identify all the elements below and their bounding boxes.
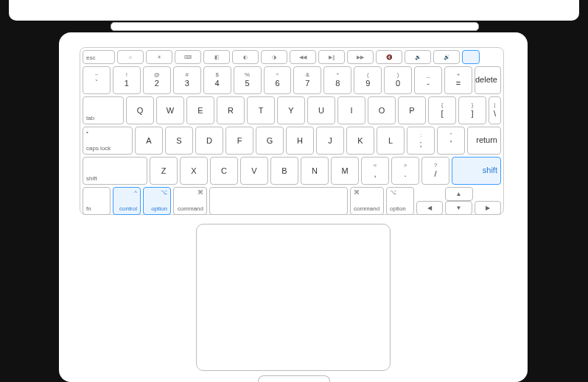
key-s[interactable]: S (165, 127, 193, 155)
key-option-right[interactable]: ⌥option (386, 187, 414, 215)
key-f11[interactable]: 🔉 (405, 50, 431, 64)
key-equals[interactable]: += (444, 66, 472, 94)
key-f8[interactable]: ▶‖ (318, 50, 345, 64)
laptop-lid (9, 0, 579, 21)
key-a[interactable]: A (135, 127, 163, 155)
laptop-hinge (111, 22, 479, 31)
key-k[interactable]: K (346, 127, 374, 155)
key-p[interactable]: P (398, 96, 426, 124)
key-command-right[interactable]: ⌘command (350, 187, 384, 215)
qwerty-row: tab Q W E R T Y U I O P {[ }] |\ (83, 96, 501, 124)
key-bracket-left[interactable]: {[ (428, 96, 456, 124)
key-f7[interactable]: ◀◀ (290, 50, 316, 64)
fn-row: esc ☼ ☀ ⌨ ◧ ◐ ◑ ◀◀ ▶‖ ▶▶ 🔇 🔉 🔊 (83, 50, 501, 64)
key-command-left[interactable]: ⌘command (173, 187, 207, 215)
key-caps-lock[interactable]: •caps lock (83, 127, 133, 155)
key-power[interactable] (462, 50, 480, 64)
key-quote[interactable]: "' (437, 127, 465, 155)
key-x[interactable]: X (180, 157, 208, 185)
key-h[interactable]: H (286, 127, 314, 155)
key-5[interactable]: %5 (234, 66, 262, 94)
key-0[interactable]: )0 (384, 66, 412, 94)
key-e[interactable]: E (186, 96, 214, 124)
key-backslash[interactable]: |\ (489, 96, 501, 124)
key-arrow-down[interactable]: ▼ (445, 201, 472, 215)
key-9[interactable]: (9 (354, 66, 382, 94)
key-c[interactable]: C (210, 157, 238, 185)
body-notch (258, 375, 330, 382)
key-j[interactable]: J (316, 127, 344, 155)
key-return[interactable]: return (467, 127, 501, 155)
key-m[interactable]: M (331, 157, 359, 185)
key-esc[interactable]: esc (83, 50, 115, 64)
key-space[interactable] (209, 187, 348, 215)
key-8[interactable]: *8 (323, 66, 351, 94)
key-f3[interactable]: ⌨ (175, 50, 201, 64)
key-f2[interactable]: ☀ (146, 50, 172, 64)
key-f5[interactable]: ◐ (232, 50, 259, 64)
key-arrow-right[interactable]: ▶ (475, 201, 501, 215)
key-shift-left[interactable]: shift (83, 157, 147, 185)
key-shift-right[interactable]: shift (452, 157, 501, 185)
key-6[interactable]: ^6 (264, 66, 292, 94)
key-2[interactable]: @2 (143, 66, 171, 94)
key-f12[interactable]: 🔊 (433, 50, 460, 64)
home-row: •caps lock A S D F G H J K L :; "' retur… (83, 127, 501, 155)
key-w[interactable]: W (156, 96, 184, 124)
key-control[interactable]: ^control (113, 187, 141, 215)
key-arrow-up[interactable]: ▲ (445, 187, 473, 201)
key-o[interactable]: O (368, 96, 396, 124)
key-bracket-right[interactable]: }] (458, 96, 486, 124)
key-l[interactable]: L (377, 127, 405, 155)
key-v[interactable]: V (240, 157, 268, 185)
key-q[interactable]: Q (126, 96, 154, 124)
key-d[interactable]: D (195, 127, 223, 155)
trackpad[interactable] (196, 224, 391, 371)
key-fn[interactable]: fn (83, 187, 111, 215)
key-i[interactable]: I (337, 96, 365, 124)
key-f9[interactable]: ▶▶ (347, 50, 374, 64)
key-3[interactable]: #3 (173, 66, 201, 94)
key-delete[interactable]: delete (475, 66, 501, 94)
key-g[interactable]: G (256, 127, 284, 155)
arrow-cluster: ▲ ◀ ▼ ▶ (416, 187, 501, 215)
key-z[interactable]: Z (150, 157, 178, 185)
key-f10[interactable]: 🔇 (376, 50, 402, 64)
keyboard: esc ☼ ☀ ⌨ ◧ ◐ ◑ ◀◀ ▶‖ ▶▶ 🔇 🔉 🔊 ~` !1 @2 … (80, 47, 504, 215)
key-f1[interactable]: ☼ (117, 50, 144, 64)
key-semicolon[interactable]: :; (407, 127, 435, 155)
key-u[interactable]: U (307, 96, 335, 124)
key-y[interactable]: Y (277, 96, 305, 124)
key-period[interactable]: >. (391, 157, 419, 185)
key-t[interactable]: T (247, 96, 275, 124)
key-n[interactable]: N (301, 157, 329, 185)
shift-row: shift Z X C V B N M <, >. ?/ shift (83, 157, 501, 185)
key-arrow-left[interactable]: ◀ (416, 201, 443, 215)
key-1[interactable]: !1 (113, 66, 141, 94)
key-option-left[interactable]: ⌥option (143, 187, 171, 215)
key-backtick[interactable]: ~` (83, 66, 111, 94)
key-r[interactable]: R (217, 96, 245, 124)
key-7[interactable]: &7 (293, 66, 321, 94)
key-f4[interactable]: ◧ (203, 50, 230, 64)
key-comma[interactable]: <, (361, 157, 389, 185)
key-slash[interactable]: ?/ (421, 157, 449, 185)
key-f6[interactable]: ◑ (261, 50, 287, 64)
number-row: ~` !1 @2 #3 $4 %5 ^6 &7 *8 (9 )0 _- += d… (83, 66, 501, 94)
mod-row: fn ^control ⌥option ⌘command ⌘command ⌥o… (83, 187, 501, 215)
key-minus[interactable]: _- (414, 66, 442, 94)
key-b[interactable]: B (270, 157, 298, 185)
laptop-body: esc ☼ ☀ ⌨ ◧ ◐ ◑ ◀◀ ▶‖ ▶▶ 🔇 🔉 🔊 ~` !1 @2 … (59, 32, 528, 382)
key-tab[interactable]: tab (83, 96, 124, 124)
key-4[interactable]: $4 (203, 66, 231, 94)
key-f[interactable]: F (225, 127, 253, 155)
